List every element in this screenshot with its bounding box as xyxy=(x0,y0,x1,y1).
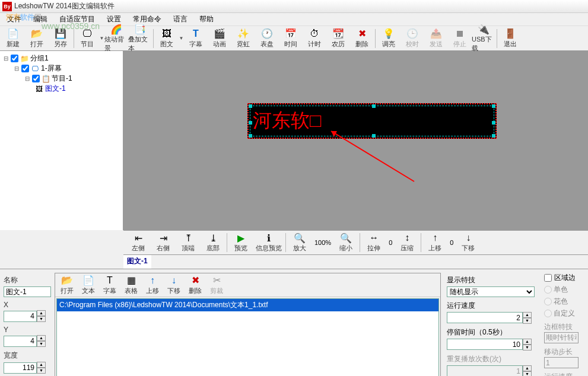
display-effect-select[interactable]: 随机显示 xyxy=(447,286,535,297)
width-input[interactable] xyxy=(4,362,37,374)
separator xyxy=(74,29,74,48)
movedown-button[interactable]: ↓下移 xyxy=(456,231,481,254)
border-panel: 区域边 单色 花色 自定义 边框特技 移动步长 运行速度 xyxy=(543,273,584,376)
exit-button[interactable]: 🚪退出 xyxy=(498,27,522,50)
collapse-icon[interactable]: ⊟ xyxy=(24,75,31,82)
clock-icon: 🕐 xyxy=(261,28,273,39)
moveup-button[interactable]: ↑上移 xyxy=(422,231,447,254)
text-icon: 📄 xyxy=(82,275,94,286)
resize-handle[interactable] xyxy=(492,134,495,138)
overlay-button[interactable]: 📑叠加文本 xyxy=(128,27,152,50)
neon-button[interactable]: ✨霓虹 xyxy=(231,27,255,50)
file-subtitle-button[interactable]: T字幕 xyxy=(99,273,120,297)
area-border-checkbox[interactable] xyxy=(544,274,552,282)
bright-button[interactable]: 💡调亮 xyxy=(377,27,401,50)
stay-input[interactable] xyxy=(447,339,523,350)
spin-down[interactable]: ▼ xyxy=(37,341,46,347)
spin-down[interactable]: ▼ xyxy=(37,368,46,374)
resize-handle[interactable] xyxy=(249,121,252,125)
file-text-button[interactable]: 📄文本 xyxy=(78,273,99,297)
file-row[interactable]: C:\Program Files (x86)\LedshowTW 2014\Do… xyxy=(57,299,438,311)
usb-button[interactable]: 🔌USB下载 xyxy=(472,27,495,50)
spin-up[interactable]: ▲ xyxy=(523,312,532,318)
tree-item[interactable]: 🖼 图文-1 xyxy=(2,84,120,94)
collapse-icon[interactable]: ⊟ xyxy=(2,55,9,62)
image-button[interactable]: 🖼图文 xyxy=(155,27,179,50)
menu-common[interactable]: 常用命令 xyxy=(127,13,167,26)
tree-check[interactable] xyxy=(11,55,18,62)
preview-button[interactable]: ▶预览 xyxy=(228,231,253,254)
led-display[interactable]: 河东软□ xyxy=(247,103,497,139)
spin-up[interactable]: ▲ xyxy=(37,362,46,368)
repeat-input xyxy=(447,365,523,376)
resize-handle[interactable] xyxy=(249,104,252,108)
spin-up[interactable]: ▲ xyxy=(523,339,532,345)
new-button[interactable]: 📄新建 xyxy=(1,27,25,50)
tree-program[interactable]: ⊟ 📋 节目-1 xyxy=(2,74,120,84)
area-border-label: 区域边 xyxy=(554,273,576,283)
align-right-button[interactable]: ⇥右侧 xyxy=(151,231,176,254)
file-down-button[interactable]: ↓下移 xyxy=(163,273,185,297)
file-open-button[interactable]: 📂打开 xyxy=(56,273,78,297)
align-bottom-button[interactable]: ⤓底部 xyxy=(201,231,225,254)
info-icon: ℹ xyxy=(263,232,275,243)
resize-handle[interactable] xyxy=(249,134,252,138)
bg-button[interactable]: 🌈炫动背景 xyxy=(104,27,128,50)
align-left-button[interactable]: ⇤左侧 xyxy=(126,231,151,254)
time-button[interactable]: 📅时间 xyxy=(279,27,303,50)
resize-handle[interactable] xyxy=(372,104,376,108)
compress-icon: ↕ xyxy=(401,232,413,243)
chevron-down-icon[interactable]: ▼ xyxy=(99,36,104,41)
led-textbox[interactable]: 河东软□ xyxy=(250,106,494,136)
y-input[interactable] xyxy=(4,336,37,347)
file-list[interactable]: C:\Program Files (x86)\LedshowTW 2014\Do… xyxy=(56,298,439,376)
canvas[interactable]: 河东软□ xyxy=(123,51,588,230)
effects-panel: 显示特技 随机显示 运行速度 ▲▼ 停留时间（0.5秒） ▲▼ 重复播放次数(次… xyxy=(444,273,539,376)
align-top-button[interactable]: ⤒顶端 xyxy=(176,231,201,254)
timer-button[interactable]: ⏱计时 xyxy=(303,27,326,50)
zoomout-button[interactable]: 🔍缩小 xyxy=(333,231,358,254)
color-multi-radio xyxy=(544,298,552,305)
tree-screen[interactable]: ⊟ 🖵 1-屏幕 xyxy=(2,63,120,74)
resize-handle[interactable] xyxy=(492,104,495,108)
chevron-down-icon[interactable]: ▼ xyxy=(179,36,184,41)
spin-down[interactable]: ▼ xyxy=(37,316,46,322)
exit-icon: 🚪 xyxy=(504,28,516,39)
spin-up[interactable]: ▲ xyxy=(37,310,46,316)
delete-button[interactable]: ✖删除 xyxy=(350,27,374,50)
collapse-icon[interactable]: ⊟ xyxy=(13,65,20,72)
info-button[interactable]: ℹ信息预览 xyxy=(253,231,284,254)
compress-button[interactable]: ↕压缩 xyxy=(395,231,419,254)
move-value: 0 xyxy=(450,239,453,246)
menu-help[interactable]: 帮助 xyxy=(193,13,220,26)
name-input[interactable] xyxy=(4,286,51,297)
file-delete-button[interactable]: ✖删除 xyxy=(185,273,206,297)
clock-button[interactable]: 🕐表盘 xyxy=(255,27,279,50)
resize-handle[interactable] xyxy=(492,121,495,125)
spin-up[interactable]: ▲ xyxy=(37,335,46,341)
zoomin-button[interactable]: 🔍放大 xyxy=(287,231,312,254)
speed-input[interactable] xyxy=(447,312,523,323)
stop-button: ⏹停止 xyxy=(448,27,472,50)
tree-group[interactable]: ⊟ 📁 分组1 xyxy=(2,53,120,63)
spin-down[interactable]: ▼ xyxy=(523,345,532,350)
file-up-button[interactable]: ↑上移 xyxy=(142,273,163,297)
x-input[interactable] xyxy=(4,311,37,322)
anim-button[interactable]: 🎬动画 xyxy=(208,27,231,50)
tab-current[interactable]: 图文-1 xyxy=(123,255,151,269)
lunar-button[interactable]: 📆农历 xyxy=(326,27,350,50)
tree-check[interactable] xyxy=(32,75,40,82)
tree-check[interactable] xyxy=(21,65,29,72)
menu-language[interactable]: 语言 xyxy=(167,13,193,26)
tree-label: 图文-1 xyxy=(45,84,66,94)
spin-down[interactable]: ▼ xyxy=(523,318,532,324)
overlay-icon: 📑 xyxy=(134,24,146,34)
resize-handle[interactable] xyxy=(372,134,376,138)
file-table-button[interactable]: ▦表格 xyxy=(120,273,142,297)
menu-file[interactable]: 文件 xyxy=(1,13,27,26)
stretch-button[interactable]: ↔拉伸 xyxy=(361,231,386,254)
usb-icon: 🔌 xyxy=(478,24,490,34)
subtitle-button[interactable]: T字幕 xyxy=(184,27,208,50)
text-icon: T xyxy=(190,28,202,39)
play-icon: ▶ xyxy=(235,232,247,243)
